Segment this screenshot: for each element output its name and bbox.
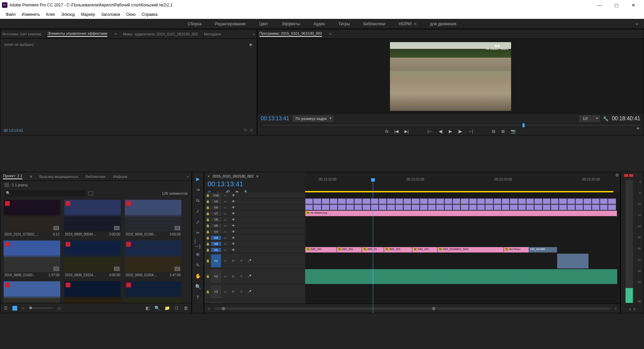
track-label[interactable]: V10 xyxy=(211,193,221,197)
video-clip[interactable] xyxy=(444,204,452,210)
video-clip[interactable] xyxy=(444,198,452,204)
track-visibility-icon[interactable]: 👁 xyxy=(229,200,237,203)
track-lock-icon[interactable]: 🔒 xyxy=(204,224,211,227)
play-only-icon[interactable]: ▶ xyxy=(250,42,253,47)
sequence-menu-icon[interactable]: ≡ xyxy=(256,174,258,178)
video-clip[interactable] xyxy=(469,204,477,210)
track-label[interactable]: V8 xyxy=(211,205,221,210)
voice-record-icon[interactable]: 🎤 xyxy=(245,275,253,278)
video-clip[interactable]: VID_201808 xyxy=(529,247,557,253)
video-clip[interactable] xyxy=(346,198,354,204)
video-clip[interactable] xyxy=(543,204,550,210)
sync-lock-icon[interactable]: ▭ xyxy=(221,212,229,215)
workspace-color[interactable]: Цвет xyxy=(259,22,268,26)
video-clip[interactable] xyxy=(338,198,346,204)
video-clip[interactable] xyxy=(330,204,337,210)
track-lock-icon[interactable]: 🔒 xyxy=(204,242,211,246)
track-lock-icon[interactable]: 🔒 xyxy=(204,230,211,233)
video-clip[interactable] xyxy=(608,204,616,210)
track-label[interactable]: V3 xyxy=(211,236,221,240)
lift-icon[interactable]: ⊟ xyxy=(492,129,495,134)
video-clip[interactable] xyxy=(420,198,428,204)
new-item-icon[interactable]: 🗋 xyxy=(175,306,179,311)
audio-clip[interactable] xyxy=(557,254,589,268)
work-area-end-icon[interactable] xyxy=(615,173,619,177)
video-clip[interactable] xyxy=(461,204,468,210)
slide-tool-icon[interactable]: ⊕ xyxy=(194,251,201,258)
video-clip[interactable] xyxy=(403,204,411,210)
track-lock-icon[interactable]: 🔒 xyxy=(204,218,211,221)
project-clip[interactable]: 2018_0808_00594...3:00:00 xyxy=(64,200,121,237)
workspace-audio[interactable]: Аудио xyxy=(314,22,325,26)
tab-media-browser[interactable]: Браузер медиаданных xyxy=(39,174,78,179)
video-clip[interactable] xyxy=(600,198,608,204)
track-visibility-icon[interactable]: 👁 xyxy=(229,194,237,197)
video-clip[interactable] xyxy=(600,204,608,210)
video-clip[interactable] xyxy=(559,204,567,210)
sync-lock-icon[interactable]: ▭ xyxy=(221,218,229,221)
menu-file[interactable]: Файл xyxy=(3,12,19,17)
audio-clip-waveform[interactable] xyxy=(305,269,617,284)
video-clip[interactable] xyxy=(510,198,517,204)
video-clip[interactable] xyxy=(559,198,567,204)
sort-icon[interactable]: ◇ xyxy=(58,306,61,311)
sync-lock-icon[interactable]: ▭ xyxy=(221,248,229,252)
video-clip[interactable] xyxy=(453,198,460,204)
workspace-assembly[interactable]: Сборка xyxy=(188,22,202,26)
sequence-name[interactable]: 2015_0101_061530_002 xyxy=(212,174,253,178)
program-panel-menu-icon[interactable]: ≡ xyxy=(329,32,331,36)
go-to-in-icon[interactable]: |← xyxy=(428,129,433,134)
tab-effect-controls[interactable]: Элементы управления эффектами xyxy=(47,31,107,37)
video-clip[interactable] xyxy=(362,204,370,210)
program-scrubber[interactable] xyxy=(261,124,640,127)
video-clip[interactable] xyxy=(436,204,444,210)
zoom-fit-dropdown[interactable]: По размеру кадра xyxy=(293,116,333,122)
video-clip[interactable] xyxy=(494,204,501,210)
video-clip[interactable] xyxy=(575,198,583,204)
track-label[interactable]: A1 xyxy=(211,254,221,267)
tab-libraries[interactable]: Библиотеки xyxy=(85,174,106,179)
video-clip[interactable] xyxy=(608,198,616,204)
project-clip[interactable]: 2018_0808_... xyxy=(4,281,60,303)
mute-button[interactable]: M xyxy=(229,290,237,293)
trash-icon[interactable]: 🗑 xyxy=(184,306,188,311)
solo-button[interactable]: S xyxy=(237,290,245,293)
video-clip[interactable] xyxy=(387,204,395,210)
program-timecode[interactable]: 00:13:13:41 xyxy=(261,116,289,122)
video-clip[interactable] xyxy=(592,204,600,210)
video-clip[interactable] xyxy=(403,198,411,204)
extract-icon[interactable]: ⊞ xyxy=(501,129,505,134)
sync-lock-icon[interactable]: ▭ xyxy=(221,200,229,203)
tab-source[interactable]: Источник: (нет клипов) xyxy=(2,32,41,36)
video-clip[interactable] xyxy=(420,204,428,210)
track-lock-icon[interactable]: 🔒 xyxy=(204,236,211,240)
video-clip[interactable]: fxIMG_201 xyxy=(305,247,337,253)
video-clip[interactable] xyxy=(362,198,370,204)
list-view-icon[interactable]: ☰ xyxy=(4,306,8,311)
mark-out-icon[interactable]: ▶| xyxy=(404,129,408,134)
step-back-icon[interactable]: ◀| xyxy=(439,129,443,134)
sync-lock-icon[interactable]: ▭ xyxy=(221,206,229,209)
project-search-input[interactable] xyxy=(4,190,85,196)
mute-button[interactable]: M xyxy=(229,275,237,278)
sync-lock-icon[interactable]: ▭ xyxy=(221,224,229,227)
close-button[interactable]: ✕ xyxy=(629,3,637,8)
track-lock-icon[interactable]: 🔒 xyxy=(204,275,211,278)
video-clip[interactable] xyxy=(346,204,354,210)
video-clip[interactable] xyxy=(305,204,313,210)
track-content[interactable]: fxne skazki.pngfxIMG_201fxIMG_201fxIMG_2… xyxy=(305,192,620,304)
solo-button[interactable]: S xyxy=(237,275,245,278)
workspace-norm[interactable]: НОРМ! ≡ xyxy=(399,22,417,26)
sync-lock-icon[interactable]: ▭ xyxy=(221,242,229,246)
step-fwd-icon[interactable]: |▶ xyxy=(458,129,462,134)
sync-lock-icon[interactable]: ▭ xyxy=(221,290,229,293)
project-clip[interactable]: 2018_0808_01420...1:37:00 xyxy=(4,241,60,278)
voice-record-icon[interactable]: 🎤 xyxy=(245,290,253,293)
zoom-tool-icon[interactable]: 🔍 xyxy=(194,283,201,290)
project-clip[interactable]: 2018_0808_01054...1:47:00 xyxy=(125,241,181,278)
project-clip[interactable]: 2015_0101_073502_...6:12 xyxy=(4,200,60,237)
minimize-button[interactable]: — xyxy=(596,3,604,8)
timeline-ruler[interactable]: 00:13:10:00 00:13:15:00 00:13:20:00 00:1… xyxy=(305,172,620,192)
play-icon[interactable]: ▶ xyxy=(449,129,452,134)
voice-record-icon[interactable]: 🎤 xyxy=(245,259,253,262)
